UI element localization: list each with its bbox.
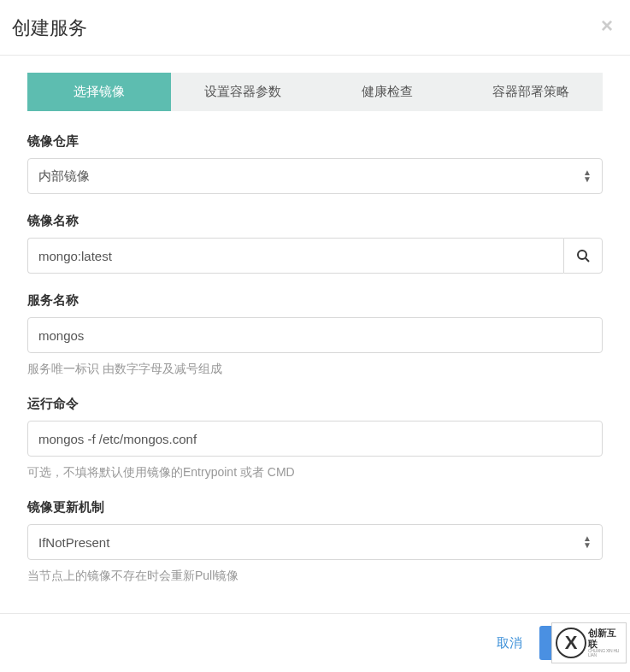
- modal-footer: 取消: [0, 613, 630, 672]
- field-image-name: 镜像名称: [27, 213, 603, 274]
- create-service-modal: 创建服务 × 选择镜像 设置容器参数 健康检查 容器部署策略 镜像仓库 内部镜像…: [0, 0, 630, 672]
- label-image-pull-policy: 镜像更新机制: [27, 499, 603, 516]
- label-run-command: 运行命令: [27, 396, 603, 412]
- help-run-command: 可选，不填将默认使用镜像的Entrypoint 或者 CMD: [27, 465, 603, 480]
- help-image-pull-policy: 当节点上的镜像不存在时会重新Pull镜像: [27, 569, 603, 584]
- watermark-circle-icon: X: [556, 628, 586, 658]
- svg-point-0: [578, 251, 586, 259]
- tab-bar: 选择镜像 设置容器参数 健康检查 容器部署策略: [27, 73, 603, 111]
- svg-line-1: [586, 258, 589, 262]
- tab-container-params[interactable]: 设置容器参数: [171, 73, 315, 111]
- close-icon[interactable]: ×: [601, 15, 613, 36]
- select-image-pull-policy-value: IfNotPresent: [38, 535, 109, 550]
- input-run-command[interactable]: [27, 421, 603, 457]
- select-arrows-icon: ▲▼: [583, 535, 592, 549]
- search-icon: [576, 249, 590, 262]
- label-image-repo: 镜像仓库: [27, 133, 603, 150]
- field-service-name: 服务名称 服务唯一标识 由数字字母及减号组成: [27, 292, 603, 377]
- modal-body: 选择镜像 设置容器参数 健康检查 容器部署策略 镜像仓库 内部镜像 ▲▼ 镜像名…: [0, 56, 630, 613]
- select-image-repo[interactable]: 内部镜像 ▲▼: [27, 158, 603, 194]
- cancel-button[interactable]: 取消: [497, 635, 522, 651]
- select-image-repo-value: 内部镜像: [38, 168, 90, 185]
- input-service-name[interactable]: [27, 317, 603, 353]
- input-image-name[interactable]: [27, 238, 563, 274]
- field-image-repo: 镜像仓库 内部镜像 ▲▼: [27, 133, 603, 194]
- watermark-text: 创新互联 CHUANG XIN HU LIAN: [588, 628, 622, 657]
- field-image-pull-policy: 镜像更新机制 IfNotPresent ▲▼ 当节点上的镜像不存在时会重新Pul…: [27, 499, 603, 584]
- label-image-name: 镜像名称: [27, 213, 603, 229]
- search-button[interactable]: [563, 238, 603, 274]
- input-group-image-name: [27, 238, 603, 274]
- modal-header: 创建服务 ×: [0, 0, 630, 56]
- select-arrows-icon: ▲▼: [583, 169, 592, 183]
- label-service-name: 服务名称: [27, 292, 603, 309]
- modal-title: 创建服务: [12, 15, 87, 41]
- select-image-pull-policy[interactable]: IfNotPresent ▲▼: [27, 524, 603, 560]
- field-run-command: 运行命令 可选，不填将默认使用镜像的Entrypoint 或者 CMD: [27, 396, 603, 480]
- watermark-logo: X 创新互联 CHUANG XIN HU LIAN: [551, 622, 627, 663]
- tab-deploy-strategy[interactable]: 容器部署策略: [459, 73, 603, 111]
- tab-health-check[interactable]: 健康检查: [315, 73, 459, 111]
- tab-select-image[interactable]: 选择镜像: [27, 73, 171, 111]
- help-service-name: 服务唯一标识 由数字字母及减号组成: [27, 362, 603, 377]
